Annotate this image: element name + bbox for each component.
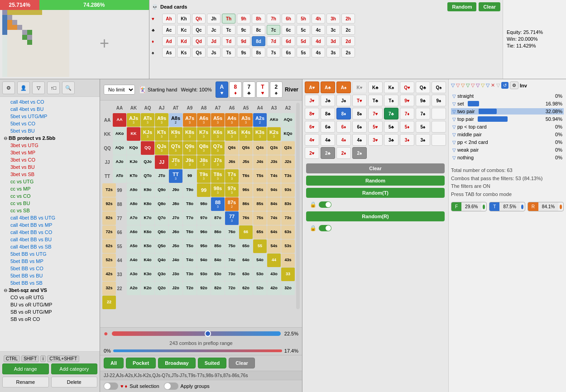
cell-76off[interactable]: 76o (225, 225, 239, 239)
rc-8c[interactable]: 8♣ (321, 108, 335, 120)
cell-43off[interactable]: 43o (267, 268, 281, 281)
cell-jts[interactable]: JTs3 (169, 155, 182, 169)
cell-88[interactable]: 883 (211, 197, 225, 211)
rc-6d[interactable]: 6♦ (336, 121, 351, 133)
card-Tc[interactable]: Tc (222, 25, 235, 35)
card-4h[interactable]: 4h (312, 14, 325, 24)
card-Ts[interactable]: Ts (222, 48, 235, 57)
card-Ah[interactable]: Ah (162, 14, 176, 24)
sidebar-item-sb-co[interactable]: SB vs oR CO (1, 316, 98, 323)
straight-value[interactable]: 0% (540, 93, 562, 99)
sidebar-item-5bet-bb-sb[interactable]: 5bet BB vs SB (1, 279, 98, 287)
rc-jh[interactable]: J♥ (305, 95, 319, 106)
board-card-7c[interactable]: 7♣ (243, 81, 255, 98)
cell-95off[interactable]: 95o (197, 239, 211, 253)
card-9d[interactable]: 9d (237, 36, 250, 46)
cell-t6off[interactable]: T6o (183, 225, 197, 239)
cell-42s[interactable]: 42s (102, 268, 116, 281)
cell-22[interactable]: 22 (102, 296, 116, 309)
rc-kc[interactable]: K♣ (368, 81, 383, 93)
cell-66[interactable]: 66 (239, 225, 253, 239)
cell-95s[interactable]: 95s (253, 183, 267, 197)
rc-kh[interactable]: K♥ (352, 81, 367, 93)
cell-j9s[interactable]: J9s3 (183, 155, 197, 169)
card-Td[interactable]: Td (222, 36, 235, 46)
card-4d[interactable]: 4d (312, 36, 325, 46)
cell-q4off[interactable]: Q4o (155, 253, 168, 267)
sidebar-item-3bet-bu[interactable]: 3bet vs BU (1, 163, 98, 171)
cell-k8off[interactable]: K8o (141, 197, 154, 211)
cell-87off[interactable]: 87o (211, 211, 225, 225)
cell-54s[interactable]: 54s (267, 239, 281, 253)
rc-js[interactable]: J♠ (336, 95, 351, 106)
cell-a8off[interactable]: A8o (127, 197, 140, 211)
lock-toggle-2[interactable] (319, 225, 331, 231)
board-card-ah[interactable]: A♥ (216, 81, 228, 98)
pp-top-value[interactable]: 0% (540, 124, 562, 129)
rc-ts[interactable]: T♠ (384, 95, 398, 106)
cell-92off[interactable]: 92o (197, 282, 211, 295)
cell-84off[interactable]: 84o (211, 253, 225, 267)
cell-83s[interactable]: 83s (281, 197, 295, 211)
cell-a5s[interactable]: A5s3 (211, 113, 225, 127)
card-7c[interactable]: 7c (267, 25, 280, 35)
cell-63off[interactable]: 63o (239, 268, 253, 281)
cell-ktoff[interactable]: KTo (127, 169, 140, 183)
cell-k6off[interactable]: K6o (141, 225, 154, 239)
cell-a4off[interactable]: A4o (127, 253, 140, 267)
cell-44[interactable]: 44 (267, 253, 281, 267)
rc-6h[interactable]: 6♥ (305, 121, 319, 133)
filter-r-btn[interactable]: R (528, 202, 538, 211)
random-dead-button[interactable]: Random (447, 2, 476, 11)
cell-54off[interactable]: 54o (253, 253, 267, 267)
cell-75off[interactable]: 75o (225, 239, 239, 253)
range-slider-track[interactable] (112, 331, 281, 336)
lock-toggle-1[interactable] (319, 201, 331, 208)
rc-2d[interactable]: 2♦ (336, 147, 351, 159)
card-5h[interactable]: 5h (297, 14, 310, 24)
cell-92s[interactable]: 92s (102, 197, 116, 211)
cell-q2s[interactable]: Q2s (281, 141, 295, 155)
delete-button[interactable]: Delete (51, 377, 98, 387)
cell-93s[interactable]: 93s (281, 183, 295, 197)
cell-98s[interactable]: 98s3 (211, 183, 225, 197)
two-pair-value[interactable]: 32.08% (540, 109, 562, 114)
cell-52s[interactable]: 52s (102, 253, 116, 267)
sidebar-item-5bet-bb-mp[interactable]: 5bet BB vs MP (1, 258, 98, 265)
rc-9h[interactable]: 9♥ (400, 95, 414, 106)
rc-qs[interactable]: Q♠ (432, 81, 446, 93)
cell-64s[interactable]: 64s (267, 225, 281, 239)
cell-82s[interactable]: 82s (102, 211, 116, 225)
cell-75s[interactable]: 75s (253, 211, 267, 225)
cell-k3off[interactable]: K3o (141, 268, 154, 281)
pocket-button[interactable]: Pocket (126, 358, 156, 368)
cell-k9s[interactable]: K9s3 (169, 127, 182, 141)
apply-groups-switch[interactable] (164, 382, 178, 390)
cell-99[interactable]: 99 (197, 183, 211, 197)
cell-ajs[interactable]: AJs3 (127, 113, 140, 127)
cell-kjs[interactable]: KJs3 (141, 127, 154, 141)
cell-a6off[interactable]: A6o (127, 225, 140, 239)
card-As[interactable]: As (162, 48, 176, 57)
limit-select[interactable]: No limit (104, 85, 135, 95)
cell-33[interactable]: 33 (281, 268, 295, 281)
cell-j7s[interactable]: J7s3 (211, 155, 225, 169)
starting-hand-btn[interactable]: 🃏 Starting hand (139, 86, 177, 93)
cell-k2s[interactable]: K2s3 (267, 127, 281, 141)
cell-a7off[interactable]: A7o (127, 211, 140, 225)
clear-range-button[interactable]: Clear (229, 358, 255, 368)
board-card-8d[interactable]: 8♦ (229, 81, 242, 98)
sidebar-item-call4bet-bb-mp[interactable]: call 4bet BB vs MP (1, 221, 98, 229)
card-5c[interactable]: 5c (297, 25, 310, 35)
cell-q7off[interactable]: Q7o (155, 211, 168, 225)
sidebar-item-call4bet-bu[interactable]: call 4bet vs BU (1, 105, 98, 113)
cell-q3off[interactable]: Q3o (155, 268, 168, 281)
cell-65off[interactable]: 65o (239, 239, 253, 253)
card-Jd[interactable]: Jd (207, 36, 221, 46)
cell-87s[interactable]: 87s2 (225, 197, 239, 211)
cell-jtoff[interactable]: JTo (155, 169, 168, 183)
cell-q9s[interactable]: Q9s3 (183, 141, 197, 155)
sidebar-item-cc-utg[interactable]: cc vs UTG (1, 178, 98, 185)
cell-t9s[interactable]: T9s3 (197, 169, 211, 183)
rc-2s[interactable]: 2♠ (352, 147, 367, 159)
